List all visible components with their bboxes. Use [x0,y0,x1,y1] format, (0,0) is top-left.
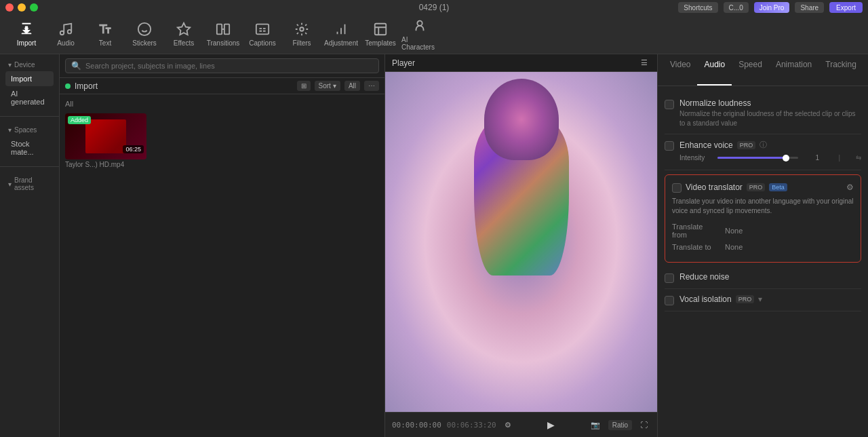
tab-tracking[interactable]: Tracking [818,54,863,86]
search-box[interactable]: 🔍 [65,58,379,73]
intensity-slider-row: Intensity 1 | ⇆ [679,151,861,164]
device-section-title: ▾ Device [5,58,54,71]
user-button[interactable]: C...0 [724,2,749,13]
toolbar-filters[interactable]: Filters [283,18,320,51]
reduce-noise-title: Reduce noise [679,272,861,282]
vocal-isolation-content: Vocal isolation PRO ▾ [679,294,861,305]
device-section: ▾ Device Import AI generated [0,54,59,113]
player-header-right: ☰ [638,57,650,69]
close-button[interactable] [5,3,14,12]
all-label: All [65,100,379,108]
toolbar-text[interactable]: Text [87,18,123,51]
svg-rect-0 [22,33,32,35]
window-controls[interactable] [5,3,38,12]
tab-speed[interactable]: Speed [732,54,769,86]
player-title: Player [392,58,415,68]
reduce-noise-checkbox[interactable] [665,273,674,283]
right-panel: Video Audio Speed Animation Tracking Adj… [658,54,868,437]
toolbar-templates[interactable]: Templates [362,18,399,51]
video-preview [385,72,657,412]
vocal-dropdown-icon: ▾ [758,294,762,304]
toolbar-effects[interactable]: Effects [165,18,202,51]
toolbar-import[interactable]: Import [8,18,45,51]
video-translator-option: Video translator PRO Beta ⚙ Translate yo… [665,174,861,263]
enhance-info-icon: ⓘ [760,140,767,150]
toolbar-transitions[interactable]: Transitions [205,18,241,51]
normalize-checkbox[interactable] [665,100,674,109]
minimize-button[interactable] [18,3,26,12]
added-badge: Added [68,116,91,124]
tab-video[interactable]: Video [663,54,697,86]
player-video [385,72,657,412]
vocal-isolation-title: Vocal isolation PRO ▾ [679,294,861,304]
maximize-button[interactable] [30,3,38,12]
toolbar-captions[interactable]: Captions [244,18,281,51]
divider-2 [0,166,59,167]
vt-pro-badge: PRO [747,183,766,191]
right-tabs: Video Audio Speed Animation Tracking Adj… [658,54,868,86]
translate-from-row: Translate from None [672,223,854,239]
svg-point-3 [138,23,151,35]
search-icon: 🔍 [71,61,81,71]
vocal-isolation-option: Vocal isolation PRO ▾ [665,289,861,311]
media-search-toolbar: 🔍 [60,54,384,78]
brand-section: ▾ Brand assets [0,170,59,198]
main-toolbar: Import Audio Text Stickers Effects Trans… [0,15,868,54]
divider-1 [0,116,59,117]
more-options-button[interactable]: ⋯ [364,81,379,91]
tab-animation[interactable]: Animation [769,54,818,86]
toolbar-stickers[interactable]: Stickers [126,18,163,51]
toolbar-audio[interactable]: Audio [47,18,84,51]
normalize-desc: Normalize the original loudness of the s… [679,109,861,128]
svg-point-1 [60,31,64,35]
vocal-isolation-checkbox[interactable] [665,296,674,305]
vt-description: Translate your video into another langua… [672,197,854,216]
play-button[interactable]: ▶ [542,417,559,433]
ratio-button[interactable]: Ratio [608,420,632,430]
enhance-content: Enhance voice PRO ⓘ Intensity 1 | ⇆ [679,140,861,164]
reduce-noise-content: Reduce noise [679,272,861,283]
vt-beta-badge: Beta [769,183,787,191]
shortcuts-button[interactable]: Shortcuts [678,2,717,13]
toolbar-ai-characters[interactable]: AI Characters [401,18,438,51]
toolbar-adjustment[interactable]: Adjustment [323,18,359,51]
settings-button[interactable]: ⚙ [502,419,514,431]
grid-view-button[interactable]: ⊞ [297,81,311,91]
player-menu-button[interactable]: ☰ [638,57,650,69]
import-label: Import [75,81,98,91]
export-button[interactable]: Export [829,2,863,13]
normalize-content: Normalize loudness Normalize the origina… [679,98,861,128]
translate-to-value: None [725,243,743,251]
sidebar-item-stock-mate[interactable]: Stock mate... [5,136,54,159]
svg-rect-5 [217,24,222,35]
vocal-pro-badge: PRO [736,295,755,303]
vt-checkbox[interactable] [672,183,682,193]
sidebar-item-ai-generated[interactable]: AI generated [5,86,54,109]
media-import-toolbar: Import ⊞ Sort ▾ All ⋯ [60,78,384,94]
svg-marker-4 [178,23,190,35]
sort-button[interactable]: Sort ▾ [315,81,340,91]
figure-head [484,79,559,160]
tab-adjustment[interactable]: Adjustment [863,54,868,86]
titlebar-actions: Shortcuts C...0 Join Pro Share Export [678,2,863,13]
share-button[interactable]: Share [795,2,824,13]
translate-from-value: None [725,227,743,235]
media-item-0[interactable]: Added 06:25 Taylor S...) HD.mp4 [65,113,146,168]
svg-point-10 [417,20,422,25]
normalize-title: Normalize loudness [679,98,861,108]
reduce-noise-option: Reduce noise [665,267,861,289]
normalize-option: Normalize loudness Normalize the origina… [665,93,861,134]
enhance-title: Enhance voice PRO ⓘ [679,140,861,150]
tab-audio[interactable]: Audio [697,54,732,86]
fullscreen-button[interactable]: ⛶ [637,419,650,430]
join-pro-button[interactable]: Join Pro [754,2,790,13]
sidebar-item-import[interactable]: Import [5,71,54,86]
enhance-checkbox[interactable] [665,141,674,151]
intensity-track[interactable] [717,157,798,159]
vt-settings-icon[interactable]: ⚙ [846,183,854,192]
all-filter-button[interactable]: All [344,81,360,91]
search-input[interactable] [85,62,373,70]
player-controls: 00:00:00:00 00:06:33:20 ⚙ ▶ 📷 Ratio ⛶ [385,412,657,437]
svg-rect-7 [256,24,269,35]
snapshot-button[interactable]: 📷 [588,419,603,431]
